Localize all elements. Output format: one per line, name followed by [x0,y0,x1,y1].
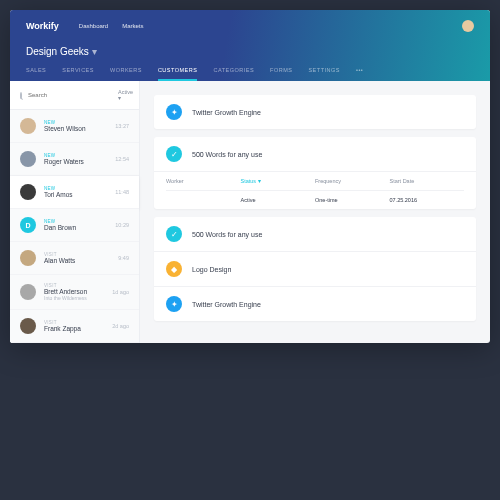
service-row[interactable]: ✓ 500 Words for any use [154,217,476,251]
customer-time: 9:49 [118,255,129,261]
service-row[interactable]: ✓ 500 Words for any use [154,137,476,171]
th-start[interactable]: Start Date [390,178,465,184]
avatar [20,250,36,266]
td-worker [166,197,241,203]
tabs: SALES SERVICES WORKERS CUSTOMERS CATEGOR… [26,67,474,81]
customer-item[interactable]: VISITAlan Watts 9:49 [10,242,139,275]
check-icon: ✓ [166,146,182,162]
avatar [20,151,36,167]
sidebar: Active ▾ NEWSteven Wilson 13:27 NEWRoger… [10,81,140,343]
table-header: Worker Status ▾ Frequency Start Date [166,172,464,191]
tab-sales[interactable]: SALES [26,67,46,81]
td-status: Active [241,197,316,203]
page-title: Design Geeks ▾ [26,46,474,57]
user-avatar[interactable] [462,20,474,32]
service-title: Twitter Growth Engine [192,109,261,116]
tab-categories[interactable]: CATEGORIES [213,67,254,81]
topbar: Workify Dashboard Markets [26,20,474,32]
customer-name: Brett Anderson [44,288,104,295]
customer-item[interactable]: D NEWDan Brown 10:29 [10,209,139,242]
service-title: 500 Words for any use [192,231,262,238]
customer-sub: Into the Wilderness [44,295,104,301]
nav-dashboard[interactable]: Dashboard [79,23,108,29]
tab-forms[interactable]: FORMS [270,67,292,81]
td-frequency: One-time [315,197,390,203]
customer-name: Dan Brown [44,224,107,231]
customer-name: Roger Waters [44,158,107,165]
search-bar: Active ▾ [10,81,139,110]
th-frequency[interactable]: Frequency [315,178,390,184]
customer-time: 11:48 [115,189,129,195]
customer-item[interactable]: NEWRoger Waters 12:54 [10,143,139,176]
twitter-icon: ✦ [166,104,182,120]
customer-name: Tori Amos [44,191,107,198]
service-card-expanded: ✓ 500 Words for any use Worker Status ▾ … [154,137,476,209]
th-status[interactable]: Status ▾ [241,178,316,184]
body: Active ▾ NEWSteven Wilson 13:27 NEWRoger… [10,81,490,343]
th-worker[interactable]: Worker [166,178,241,184]
customer-item[interactable]: VISITFrank Zappa 2d ago [10,310,139,343]
tab-services[interactable]: SERVICES [62,67,94,81]
check-icon: ✓ [166,226,182,242]
customer-time: 2d ago [112,323,129,329]
avatar [20,118,36,134]
service-title: Logo Design [192,266,231,273]
search-input[interactable] [28,92,112,98]
customer-item-selected[interactable]: NEWTori Amos 11:48 [10,176,139,209]
filter-dropdown[interactable]: Active ▾ [118,89,133,101]
customer-list: NEWSteven Wilson 13:27 NEWRoger Waters 1… [10,110,139,343]
logo-icon: ◆ [166,261,182,277]
app-window: Workify Dashboard Markets Design Geeks ▾… [10,10,490,343]
twitter-icon: ✦ [166,296,182,312]
main-content: ✦ Twitter Growth Engine ✓ 500 Words for … [140,81,490,343]
nav-markets[interactable]: Markets [122,23,143,29]
tab-more[interactable]: ••• [356,67,363,81]
service-card: ✓ 500 Words for any use ◆ Logo Design ✦ … [154,217,476,321]
search-icon [20,92,22,99]
customer-name: Steven Wilson [44,125,107,132]
customer-time: 1d ago [112,289,129,295]
service-title: Twitter Growth Engine [192,301,261,308]
brand-logo: Workify [26,21,59,31]
customer-time: 13:27 [115,123,129,129]
customer-time: 12:54 [115,156,129,162]
avatar [20,284,36,300]
avatar [20,318,36,334]
customer-name: Frank Zappa [44,325,104,332]
tab-customers[interactable]: CUSTOMERS [158,67,198,81]
service-title: 500 Words for any use [192,151,262,158]
table-row[interactable]: Active One-time 07.25.2016 [166,191,464,209]
service-row[interactable]: ◆ Logo Design [154,251,476,286]
avatar-letter: D [20,217,36,233]
customer-item[interactable]: VISITBrett AndersonInto the Wilderness 1… [10,275,139,310]
service-details: Worker Status ▾ Frequency Start Date Act… [154,171,476,209]
tab-settings[interactable]: SETTINGS [308,67,340,81]
td-start: 07.25.2016 [390,197,465,203]
top-nav: Dashboard Markets [79,23,144,29]
service-row[interactable]: ✦ Twitter Growth Engine [154,286,476,321]
customer-item[interactable]: NEWSteven Wilson 13:27 [10,110,139,143]
service-row[interactable]: ✦ Twitter Growth Engine [154,95,476,129]
customer-name: Alan Watts [44,257,110,264]
customer-time: 10:29 [115,222,129,228]
avatar [20,184,36,200]
tab-workers[interactable]: WORKERS [110,67,142,81]
service-card: ✦ Twitter Growth Engine [154,95,476,129]
header: Workify Dashboard Markets Design Geeks ▾… [10,10,490,81]
